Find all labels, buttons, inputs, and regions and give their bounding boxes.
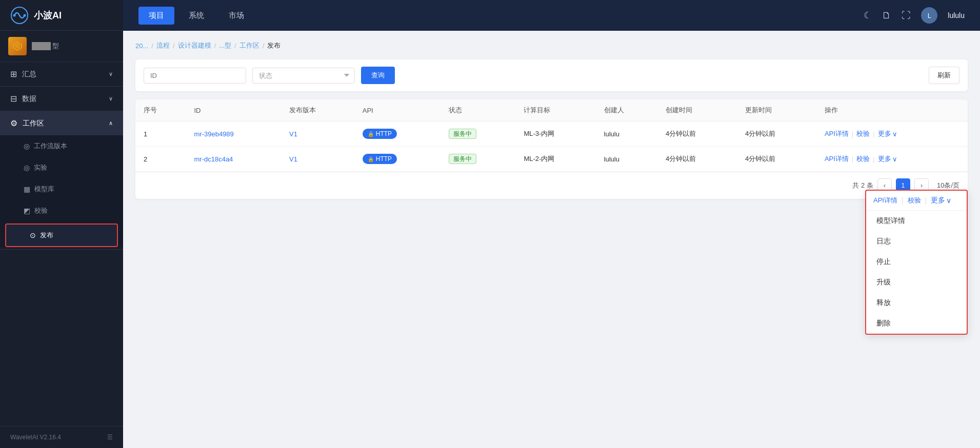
workflow-icon: ◎	[24, 142, 30, 150]
tab-project[interactable]: 项目	[138, 7, 174, 25]
dropdown-item-delete[interactable]: 删除	[866, 313, 967, 334]
dropdown-item-release[interactable]: 释放	[866, 293, 967, 313]
sidebar-item-summary[interactable]: ⊞ 汇总 ∨	[0, 62, 123, 86]
action-validate-1[interactable]: 校验	[856, 154, 870, 164]
fullscreen-icon[interactable]: ⛶	[902, 10, 911, 21]
cell-actions-0: API详情 | 校验 | 更多 ∨	[816, 121, 968, 147]
action-more-1[interactable]: 更多 ∨	[878, 154, 897, 164]
cell-version-0: V1	[281, 121, 354, 147]
dropdown-item-model-detail[interactable]: 模型详情	[866, 211, 967, 231]
refresh-button[interactable]: 刷新	[929, 67, 959, 84]
sidebar-item-validation[interactable]: ◩ 校验	[0, 200, 123, 221]
cell-status-0: 服务中	[441, 121, 515, 147]
cell-compute-0: ML-3-内网	[515, 121, 595, 147]
data-table: 序号 ID 发布版本 API 状态 计算目标 创建人 创建时间 更新时间 操作 …	[135, 99, 968, 199]
col-id: ID	[186, 99, 281, 121]
breadcrumb-item-publish: 发布	[267, 41, 281, 50]
sidebar-item-model-library[interactable]: ▦ 模型库	[0, 178, 123, 200]
breadcrumb-item-flow[interactable]: 流程	[156, 41, 170, 50]
cell-compute-1: ML-2-内网	[515, 147, 595, 172]
dropdown-item-log[interactable]: 日志	[866, 231, 967, 252]
validation-icon: ◩	[24, 207, 30, 215]
dropdown-header: API详情 | 校验 | 更多 ∨	[866, 191, 967, 211]
sidebar-item-publish-label: 发布	[40, 231, 53, 240]
dropdown-header-api[interactable]: API详情	[873, 196, 897, 205]
pagination-bar: 共 2 条 ‹ 1 › 10条/页	[135, 172, 968, 199]
sidebar-item-data[interactable]: ⊟ 数据 ∨	[0, 87, 123, 111]
sidebar-item-publish[interactable]: ⊙ 发布	[5, 223, 118, 247]
id-link-1[interactable]: mr-dc18c4a4	[194, 155, 233, 163]
workspace-icon: ⚙	[10, 118, 17, 128]
cell-updated-0: 4分钟以前	[737, 121, 816, 147]
sidebar-item-validation-label: 校验	[34, 206, 48, 215]
tab-market[interactable]: 市场	[218, 7, 254, 25]
cell-created-1: 4分钟以前	[657, 147, 737, 172]
breadcrumb-item-home[interactable]: 20...	[135, 42, 148, 50]
workspace-arrow-icon: ∧	[109, 120, 113, 127]
lock-icon-1: 🔒	[368, 156, 374, 162]
cell-version-1: V1	[281, 147, 354, 172]
main-content: 项目 系统 市场 ☾ 🗋 ⛶ L lululu 20... / 流程 /	[123, 0, 980, 448]
dropdown-header-validate[interactable]: 校验	[908, 196, 921, 205]
user-name: lululu	[948, 11, 965, 19]
chevron-down-icon: ∨	[892, 155, 897, 163]
dropdown-item-stop[interactable]: 停止	[866, 252, 967, 272]
sidebar-item-summary-label: 汇总	[22, 70, 36, 79]
workspace-submenu: ◎ 工作流版本 ◎ 实验 ▦ 模型库 ◩ 校验 ⊙ 发布	[0, 135, 123, 247]
theme-toggle-icon[interactable]: ☾	[864, 10, 872, 21]
breadcrumb-item-workspace[interactable]: 工作区	[239, 41, 259, 50]
action-validate-0[interactable]: 校验	[856, 129, 870, 138]
http-badge-0: 🔒 HTTP	[363, 129, 397, 139]
more-dropdown-menu: API详情 | 校验 | 更多 ∨ 模型详情 日志 停止 升级 释放 删除	[865, 190, 968, 335]
sidebar-menu: ⊞ 汇总 ∨ ⊟ 数据 ∨ ⚙ 工作区 ∧ ◎ 工作流版本	[0, 62, 123, 426]
project-name: ████ 型	[32, 42, 59, 51]
cell-status-1: 服务中	[441, 147, 515, 172]
tab-system[interactable]: 系统	[178, 7, 214, 25]
cell-id-0: mr-39eb4989	[186, 121, 281, 147]
document-icon[interactable]: 🗋	[882, 10, 891, 21]
id-link-0[interactable]: mr-39eb4989	[194, 130, 233, 138]
cell-seq-1: 2	[135, 147, 186, 172]
lock-icon-0: 🔒	[368, 131, 374, 137]
action-more-0[interactable]: 更多 ∨	[878, 129, 897, 138]
sidebar-item-data-label: 数据	[22, 94, 36, 104]
sidebar-version: WaveletAI V2.16.4	[10, 434, 61, 441]
model-library-icon: ▦	[24, 185, 30, 193]
status-select[interactable]: 状态 服务中 已停止	[252, 68, 355, 84]
chevron-down-icon: ∨	[892, 130, 897, 138]
col-seq: 序号	[135, 99, 186, 121]
cell-api-0: 🔒 HTTP	[354, 121, 441, 147]
col-actions: 操作	[816, 99, 968, 121]
sidebar: 小波AI ████ 型 ⊞ 汇总 ∨ ⊟ 数据 ∨ ⚙ 工	[0, 0, 123, 448]
sidebar-logo: 小波AI	[0, 0, 123, 31]
cell-creator-0: lululu	[596, 121, 658, 147]
top-navigation: 项目 系统 市场 ☾ 🗋 ⛶ L lululu	[123, 0, 980, 31]
summary-arrow-icon: ∨	[109, 71, 113, 77]
dropdown-item-upgrade[interactable]: 升级	[866, 272, 967, 293]
page-size-label: 10条/页	[937, 181, 959, 190]
sidebar-item-workspace[interactable]: ⚙ 工作区 ∧	[0, 111, 123, 135]
id-input[interactable]	[144, 68, 246, 84]
sidebar-item-workflow-version[interactable]: ◎ 工作流版本	[0, 135, 123, 157]
cell-actions-1: API详情 | 校验 | 更多 ∨	[816, 147, 968, 172]
menu-group-summary: ⊞ 汇总 ∨	[0, 62, 123, 87]
breadcrumb-item-model[interactable]: ...型	[219, 41, 231, 50]
logo-icon	[10, 6, 29, 25]
sidebar-item-experiment[interactable]: ◎ 实验	[0, 157, 123, 178]
total-count: 共 2 条	[852, 181, 873, 190]
filter-bar: 状态 服务中 已停止 查询 刷新	[135, 59, 968, 91]
action-api-detail-1[interactable]: API详情	[825, 154, 849, 164]
publish-icon: ⊙	[30, 231, 36, 239]
breadcrumb-item-designer[interactable]: 设计器建模	[178, 41, 211, 50]
cell-api-1: 🔒 HTTP	[354, 147, 441, 172]
cell-id-1: mr-dc18c4a4	[186, 147, 281, 172]
action-api-detail-0[interactable]: API详情	[825, 129, 849, 138]
sidebar-item-workflow-label: 工作流版本	[34, 141, 67, 151]
query-button[interactable]: 查询	[361, 67, 395, 84]
sidebar-menu-icon[interactable]: ☰	[107, 434, 113, 441]
experiment-icon: ◎	[24, 164, 30, 172]
cell-creator-1: lululu	[596, 147, 658, 172]
http-badge-1: 🔒 HTTP	[363, 154, 397, 164]
cell-updated-1: 4分钟以前	[737, 147, 816, 172]
dropdown-header-more[interactable]: 更多 ∨	[931, 196, 951, 205]
